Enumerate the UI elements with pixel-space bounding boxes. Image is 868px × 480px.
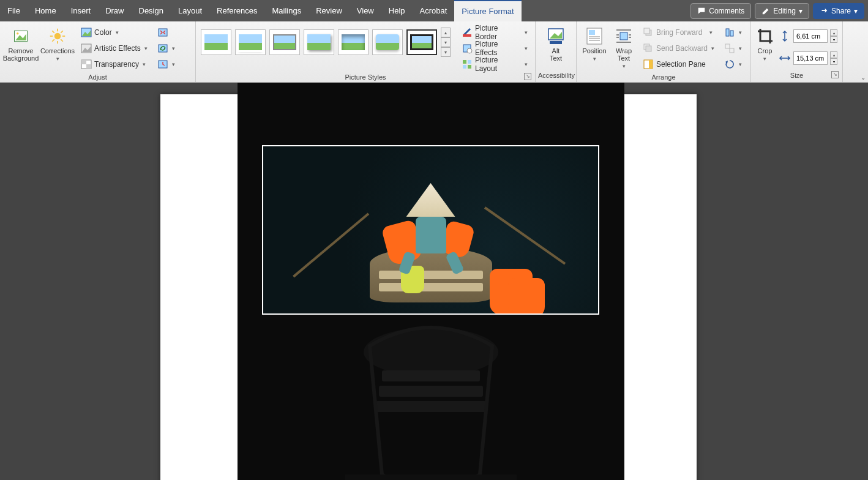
style-item-6[interactable] [372,29,403,55]
share-button[interactable]: Share ▾ [813,3,864,19]
wrap-label: Wrap Text [616,47,632,62]
rotate-button[interactable]: ▾ [722,57,744,72]
svg-rect-59 [345,474,517,480]
ribbon: Remove Background Corrections ▾ Color▾ A… [0,21,868,83]
align-icon [724,27,735,38]
svg-rect-26 [468,60,471,64]
tab-design[interactable]: Design [132,0,171,21]
selpane-label: Selection Pane [656,60,706,69]
group-adjust: Remove Background Corrections ▾ Color▾ A… [0,21,196,82]
tab-review[interactable]: Review [309,0,350,21]
tab-mailings[interactable]: Mailings [265,0,309,21]
align-button[interactable]: ▾ [722,25,744,40]
tab-insert[interactable]: Insert [64,0,99,21]
chevron-down-icon: ▾ [623,63,626,69]
width-spin-up[interactable]: ▴ [830,51,837,58]
size-dialog-launcher[interactable]: ↘ [831,71,839,78]
style-item-7-selected[interactable] [406,29,437,55]
send-label: Send Backward [656,44,708,53]
picture-border-button[interactable]: Picture Border▾ [459,25,530,40]
document-canvas[interactable] [0,83,868,480]
chevron-down-icon: ▾ [172,45,175,51]
tab-draw[interactable]: Draw [98,0,131,21]
chevron-down-icon: ▾ [739,61,742,67]
editing-mode-button[interactable]: Editing ▾ [755,3,809,19]
chevron-down-icon: ▾ [116,29,119,36]
group-picture-styles: ▴ ▾ ▾ Picture Border▾ Picture Effects▾ P… [196,21,536,82]
selection-pane-button[interactable]: Selection Pane [640,57,717,72]
tab-file[interactable]: File [0,0,28,21]
rotate-icon [724,59,735,70]
pencil-icon [761,7,770,15]
chevron-down-icon: ▾ [172,61,175,67]
height-spin-down[interactable]: ▾ [830,36,837,43]
tab-picture-format[interactable]: Picture Format [454,0,521,21]
corrections-button[interactable]: Corrections ▾ [39,24,76,64]
comments-label: Comments [709,7,744,15]
svg-rect-17 [81,60,86,64]
comments-button[interactable]: Comments [690,3,751,19]
tab-view[interactable]: View [350,0,381,21]
svg-point-24 [467,48,472,53]
style-item-2[interactable] [235,29,266,55]
svg-rect-25 [463,60,466,64]
svg-rect-37 [620,32,627,40]
crop-button[interactable]: Crop▾ [754,24,776,64]
width-input[interactable] [793,51,828,65]
change-picture-button[interactable]: ▾ [155,41,178,56]
chevron-down-icon: ▾ [525,29,528,36]
picture-visible-crop[interactable] [262,145,599,315]
change-picture-icon [157,43,168,54]
style-item-1[interactable] [201,29,231,55]
svg-rect-53 [730,48,734,53]
alt-text-button[interactable]: Alt Text [538,24,574,64]
color-button[interactable]: Color▾ [78,25,150,40]
group-label-size: Size [790,72,803,79]
compress-pictures-button[interactable] [155,25,178,40]
boat [370,247,492,302]
gallery-down-button[interactable]: ▾ [441,37,451,47]
svg-rect-28 [468,65,471,69]
group-size: Crop▾ ▴▾ ▴▾ Size↘ [751,21,843,82]
selection-pane-icon [643,59,654,70]
svg-point-3 [54,33,61,40]
styles-dialog-launcher[interactable]: ↘ [524,73,531,80]
height-spin-up[interactable]: ▴ [830,29,837,36]
picture-layout-button[interactable]: Picture Layout▾ [459,57,530,72]
artistic-effects-button[interactable]: Artistic Effects▾ [78,41,150,56]
remove-background-button[interactable]: Remove Background [2,24,39,64]
group-label-accessibility: Accessibility [538,71,574,82]
svg-rect-31 [550,41,562,44]
chevron-down-icon: ▾ [709,29,713,36]
gallery-up-button[interactable]: ▴ [441,28,451,37]
picture-effects-button[interactable]: Picture Effects▾ [459,41,530,56]
style-item-3[interactable] [269,29,300,55]
style-item-4[interactable] [304,29,334,55]
send-backward-button[interactable]: Send Backward▾ [640,41,717,56]
style-item-5[interactable] [338,29,369,55]
tab-acrobat[interactable]: Acrobat [413,0,455,21]
chevron-down-icon: ▾ [739,29,742,36]
transparency-button[interactable]: Transparency▾ [78,57,150,72]
svg-line-10 [52,39,54,42]
collapse-ribbon-button[interactable]: ⌄ [861,74,866,81]
ribbon-tabs: File Home Insert Draw Design Layout Refe… [0,0,868,21]
tab-layout[interactable]: Layout [171,0,209,21]
tab-references[interactable]: References [209,0,264,21]
group-objects-button[interactable]: ▾ [722,41,744,56]
tab-home[interactable]: Home [28,0,64,21]
position-button[interactable]: Position▾ [579,24,610,64]
svg-rect-22 [463,34,471,37]
bring-forward-button[interactable]: Bring Forward▾ [640,25,717,40]
svg-rect-50 [726,29,729,36]
alt-text-icon [546,26,566,46]
reset-picture-button[interactable]: ▾ [155,57,178,72]
width-spin-down[interactable]: ▾ [830,58,837,65]
position-label: Position [582,47,606,54]
tab-help[interactable]: Help [381,0,413,21]
gallery-more-button[interactable]: ▾ [441,47,451,57]
svg-line-8 [52,31,54,33]
wrap-text-button[interactable]: Wrap Text▾ [610,24,638,72]
send-backward-icon [643,43,654,54]
height-input[interactable] [793,29,828,43]
